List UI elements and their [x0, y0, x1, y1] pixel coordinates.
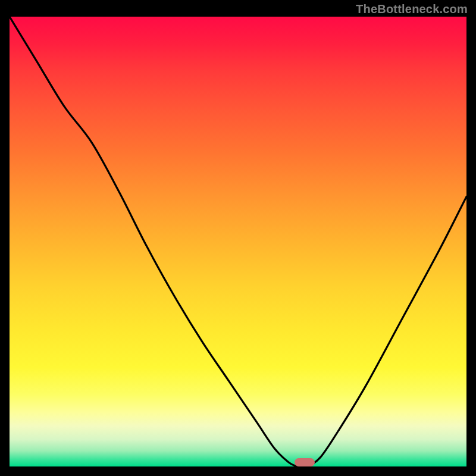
- optimal-marker: [295, 458, 315, 466]
- plot-area: [10, 17, 466, 466]
- chart-frame: TheBottleneck.com: [0, 0, 476, 476]
- attribution-text: TheBottleneck.com: [356, 2, 468, 16]
